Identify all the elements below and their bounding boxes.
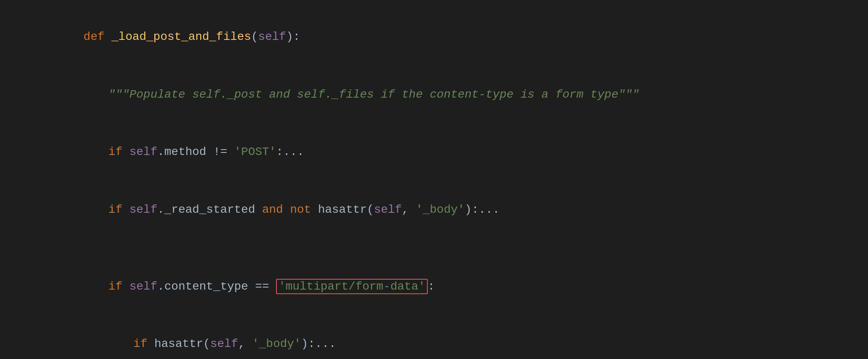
highlight-multipart: 'multipart/form-data' [276,279,428,294]
keyword-def: def [84,30,111,43]
code-line-6: if self.content_type == 'multipart/form-… [12,258,856,315]
function-name: _load_post_and_files [111,30,251,43]
code-editor: def _load_post_and_files(self): """Popul… [0,0,868,359]
code-text: if self.method != 'POST':... [42,123,856,181]
code-text [42,239,856,258]
code-line-5 [12,239,856,258]
code-text: if self._read_started and not hasattr(se… [42,181,856,239]
code-line-2: """Populate self._post and self._files i… [12,66,856,124]
code-line-1: def _load_post_and_files(self): [12,8,856,66]
code-text: def _load_post_and_files(self): [42,8,856,66]
code-line-3: if self.method != 'POST':... [12,123,856,181]
code-text: if self.content_type == 'multipart/form-… [42,258,856,315]
code-line-4: if self._read_started and not hasattr(se… [12,181,856,239]
code-text: if hasattr(self, '_body'):... [42,315,856,359]
code-text: """Populate self._post and self._files i… [42,66,856,124]
code-line-7: if hasattr(self, '_body'):... [12,315,856,359]
